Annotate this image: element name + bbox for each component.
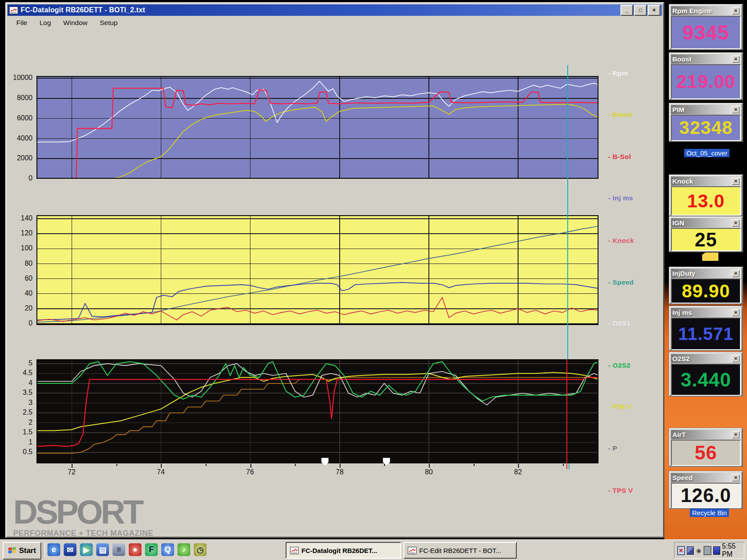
gauge-ign[interactable]: IGN× 25 (669, 217, 743, 252)
dsport-logo: DSPORT (13, 496, 156, 528)
taskbar-button-label: FC-Datalogit RB26DET... (301, 547, 377, 554)
x-axis-tick-label: 78 (326, 468, 353, 476)
gauge-title: InjDuty (672, 270, 732, 278)
calculator-icon[interactable]: ≡ (112, 543, 125, 556)
y-axis-tick-label: 2000 (0, 154, 33, 162)
close-icon[interactable]: × (732, 355, 740, 362)
x-axis-tick (340, 464, 341, 468)
window-titlebar[interactable]: FC-Datalogit RB26DETT - BOTI_2.txt _ □ × (7, 4, 662, 16)
gauge-value: 126.0 (671, 483, 741, 508)
series-label: - O2S2 (608, 361, 631, 369)
y-axis-tick-label: 80 (0, 260, 33, 267)
menu-bar: File Log Window Setup (7, 17, 662, 29)
close-icon[interactable]: × (732, 474, 740, 481)
series-tps-v (36, 377, 598, 446)
series-label: - Boost (608, 111, 632, 119)
media-player-icon[interactable]: ▶ (80, 543, 93, 556)
mail-icon[interactable]: ✉ (64, 543, 76, 556)
clock-icon[interactable]: ◷ (194, 543, 207, 556)
x-axis-tick (563, 464, 564, 466)
menu-log[interactable]: Log (40, 19, 51, 27)
network-error-tray-icon[interactable]: ✕ (677, 546, 685, 555)
close-icon[interactable]: × (732, 7, 740, 14)
o2-voltage-chart[interactable] (36, 359, 598, 463)
series-boost (114, 105, 598, 179)
fc-edit-icon[interactable]: F (145, 543, 158, 556)
gauge-value: 219.00 (671, 64, 741, 99)
gauge-titlebar[interactable]: IGN× (671, 218, 741, 228)
x-axis-tick-label: 72 (58, 468, 85, 476)
gauge-titlebar[interactable]: Knock× (671, 177, 741, 186)
desktop-icon-label-oct05cover[interactable]: Oct_05_cover (684, 149, 729, 157)
window-title: FC-Datalogit RB26DETT - BOTI_2.txt (21, 6, 620, 14)
gauge-knock[interactable]: Knock× 13.0 (669, 175, 743, 216)
volume-tray-icon[interactable]: ◉ (696, 547, 702, 554)
close-button[interactable]: × (648, 5, 660, 16)
desktop-icon-label-recycle-bin[interactable]: Recycle Bin (690, 509, 729, 517)
close-icon[interactable]: × (732, 178, 740, 185)
address-book-tray-icon[interactable] (713, 546, 720, 555)
ie-icon[interactable]: e (47, 543, 60, 556)
gauge-titlebar[interactable]: Rpm Engine× (671, 6, 741, 15)
gauge-value: 89.90 (671, 278, 741, 303)
gauge-titlebar[interactable]: Boost× (671, 54, 741, 64)
y-axis-tick-label: 0.5 (0, 448, 33, 456)
close-icon[interactable]: × (732, 56, 740, 63)
gauge-inj-ms[interactable]: Inj ms× 11.571 (669, 306, 743, 350)
gauge-value: 56 (671, 440, 741, 466)
series-p (36, 377, 598, 453)
x-axis-tick-label: 80 (416, 468, 442, 476)
y-axis-tick-label: 100 (0, 244, 33, 252)
cursor-tick-teal (569, 463, 569, 470)
x-axis-tick (384, 464, 385, 466)
gauge-titlebar[interactable]: O2S2× (671, 354, 741, 363)
cursor-line-teal[interactable] (567, 65, 568, 359)
taskbar-button-fc-edit[interactable]: FC-Edit RB26DETT - BOT... (403, 542, 517, 559)
gauge-titlebar[interactable]: Speed× (671, 473, 741, 482)
series-b-sol (36, 88, 598, 178)
gauge-value: 13.0 (671, 186, 741, 216)
gauge-pim[interactable]: PIM× 32348 (669, 103, 743, 141)
close-icon[interactable]: × (732, 220, 740, 227)
close-icon[interactable]: × (732, 309, 740, 316)
x-axis-tick-label: 74 (148, 468, 174, 476)
start-button[interactable]: Start (3, 542, 41, 560)
gauge-boost[interactable]: Boost× 219.00 (669, 53, 743, 100)
gauge-value: 11.571 (671, 318, 741, 350)
injms-speed-knock-chart[interactable] (36, 215, 598, 325)
close-icon[interactable]: × (732, 270, 740, 277)
gauge-injduty[interactable]: InjDuty× 89.90 (669, 267, 743, 304)
maximize-button[interactable]: □ (634, 5, 647, 16)
gauge-airt[interactable]: AirT× 56 (669, 428, 743, 466)
gauge-titlebar[interactable]: Inj ms× (671, 308, 741, 317)
gauge-speed[interactable]: Speed× 126.0 (669, 471, 743, 509)
gauge-titlebar[interactable]: InjDuty× (671, 269, 741, 278)
menu-setup[interactable]: Setup (100, 19, 118, 27)
series-label: - TPS V (608, 487, 633, 495)
document-icon[interactable]: ▤ (96, 543, 109, 556)
cursor-line-red[interactable] (566, 359, 567, 469)
gauge-titlebar[interactable]: PIM× (671, 105, 741, 114)
quicktime-icon[interactable]: Q (161, 543, 174, 556)
gauge-value: 32348 (671, 115, 741, 141)
y-axis-tick-label: 8000 (0, 94, 33, 102)
realplayer-icon[interactable]: ● (129, 543, 141, 556)
gauge-titlebar[interactable]: AirT× (671, 430, 741, 439)
minimize-button[interactable]: _ (620, 5, 633, 16)
gauge-o2s2[interactable]: O2S2× 3.440 (669, 352, 743, 396)
close-icon[interactable]: × (732, 431, 740, 438)
menu-window[interactable]: Window (63, 19, 87, 27)
y-axis-tick-label: 10000 (0, 74, 33, 82)
taskbar-button-fc-datalogit[interactable]: FC-Datalogit RB26DET... (286, 542, 401, 559)
gauge-rpm-engine[interactable]: Rpm Engine× 9345 (669, 4, 743, 50)
close-icon[interactable]: × (732, 106, 740, 113)
menu-file[interactable]: File (16, 19, 27, 27)
series-label: - Inj ms (608, 194, 633, 202)
display-tray-icon[interactable] (703, 546, 711, 555)
network-tray-icon[interactable] (687, 546, 694, 555)
music-icon[interactable]: ♪ (178, 543, 190, 556)
rpm-boost-chart[interactable] (36, 76, 598, 179)
y-axis-tick-label: 4000 (0, 134, 33, 142)
series-label: - Rpm (608, 69, 628, 77)
sticky-note (702, 253, 718, 261)
